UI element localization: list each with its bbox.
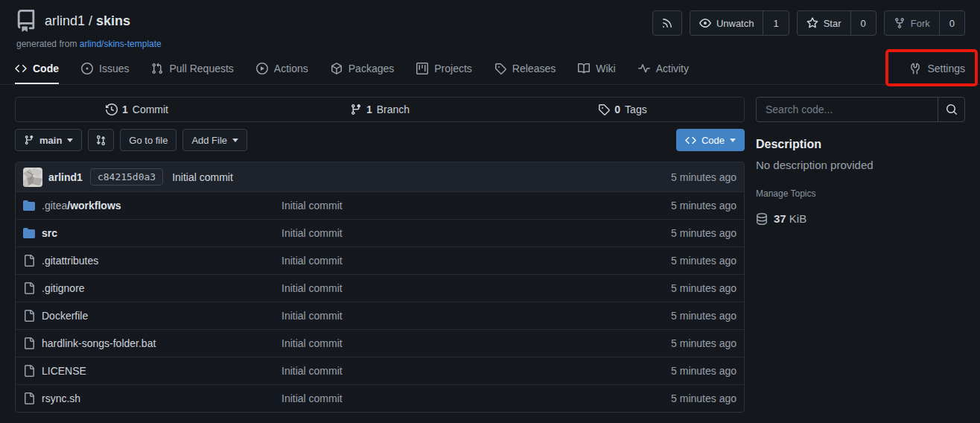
code-icon xyxy=(15,63,27,74)
tab-label: Pull Requests xyxy=(169,63,233,74)
repo-size-unit: KiB xyxy=(789,212,806,225)
fork-button-group: Fork 0 xyxy=(884,10,965,36)
entry-link[interactable]: Dockerfile xyxy=(42,310,88,322)
file-toolbar: main Go to file Add File Code xyxy=(15,129,745,151)
unwatch-button[interactable]: Unwatch xyxy=(690,11,763,35)
entry-link[interactable]: .gitattributes xyxy=(42,255,98,267)
avatar-image xyxy=(23,168,42,187)
compare-button[interactable] xyxy=(88,129,114,151)
entry-age: 5 minutes ago xyxy=(671,337,736,349)
tab-label: Projects xyxy=(434,63,472,74)
stars-count[interactable]: 0 xyxy=(850,11,876,35)
branch-selector[interactable]: main xyxy=(15,129,82,151)
repo-header: arlind1 / skins generated from arlind/sk… xyxy=(0,0,980,49)
star-button[interactable]: Star xyxy=(798,11,850,35)
entry-commit-message[interactable]: Initial commit xyxy=(281,392,343,404)
latest-commit-row: arlind1 c84215d0a3 Initial commit 5 minu… xyxy=(16,162,744,191)
tab-activity[interactable]: Activity xyxy=(638,54,689,84)
table-row: .gitea/workflows Initial commit 5 minute… xyxy=(16,191,744,219)
file-table: arlind1 c84215d0a3 Initial commit 5 minu… xyxy=(15,162,745,413)
eye-icon xyxy=(699,17,711,29)
file-icon xyxy=(23,282,35,294)
repo-title-separator: / xyxy=(89,13,96,28)
entry-commit-message[interactable]: Initial commit xyxy=(281,200,343,212)
rss-button[interactable] xyxy=(652,10,682,36)
fork-icon xyxy=(894,17,906,29)
code-button-label: Code xyxy=(701,135,725,146)
template-repo-link[interactable]: arlind/skins-template xyxy=(80,39,162,49)
watchers-count[interactable]: 1 xyxy=(763,11,788,35)
tag-icon xyxy=(494,63,506,74)
search-input[interactable] xyxy=(757,98,938,121)
entry-path-prefix: .gitea xyxy=(42,200,67,212)
star-icon xyxy=(806,17,818,29)
entry-link[interactable]: LICENSE xyxy=(42,365,86,377)
commits-stat[interactable]: 1 Commit xyxy=(16,104,258,115)
pulse-icon xyxy=(638,63,650,74)
forks-count[interactable]: 0 xyxy=(939,11,964,35)
avatar[interactable] xyxy=(23,168,42,187)
tab-label: Packages xyxy=(349,63,394,74)
tab-packages[interactable]: Packages xyxy=(331,54,394,84)
package-icon xyxy=(331,63,343,74)
repo-title: arlind1 / skins xyxy=(45,13,130,29)
code-icon xyxy=(685,135,696,146)
chevron-down-icon xyxy=(67,139,73,142)
entry-commit-message[interactable]: Initial commit xyxy=(281,227,343,239)
star-button-group: Star 0 xyxy=(797,10,876,36)
folder-icon xyxy=(23,200,35,212)
tab-wiki[interactable]: Wiki xyxy=(578,54,615,84)
history-icon xyxy=(106,104,118,115)
tags-count: 0 xyxy=(614,104,620,115)
entry-age: 5 minutes ago xyxy=(671,255,736,267)
add-file-button[interactable]: Add File xyxy=(182,129,247,151)
star-label: Star xyxy=(824,18,841,29)
table-row: .gitignore Initial commit 5 minutes ago xyxy=(16,274,744,302)
fork-button[interactable]: Fork xyxy=(885,11,939,35)
entry-link[interactable]: src xyxy=(42,227,57,239)
generated-from-line: generated from arlind/skins-template xyxy=(16,39,162,49)
tab-pull-requests[interactable]: Pull Requests xyxy=(151,54,233,84)
tab-releases[interactable]: Releases xyxy=(494,54,556,84)
commit-age: 5 minutes ago xyxy=(671,171,736,183)
entry-link[interactable]: rsync.sh xyxy=(42,392,80,404)
repo-name-link[interactable]: skins xyxy=(96,13,130,28)
entry-commit-message[interactable]: Initial commit xyxy=(281,282,343,294)
file-icon xyxy=(23,255,35,267)
manage-topics-link[interactable]: Manage Topics xyxy=(756,188,816,199)
tab-code[interactable]: Code xyxy=(15,54,59,84)
issue-opened-icon xyxy=(81,63,93,74)
repo-title-block: arlind1 / skins generated from arlind/sk… xyxy=(15,10,162,49)
tab-projects[interactable]: Projects xyxy=(416,54,472,84)
tags-stat[interactable]: 0 Tags xyxy=(501,104,744,115)
commit-message-link[interactable]: Initial commit xyxy=(172,171,233,183)
repo-size-value: 37 xyxy=(774,212,786,225)
entry-commit-message[interactable]: Initial commit xyxy=(281,310,343,322)
search-button[interactable] xyxy=(938,98,964,121)
repo-owner-link[interactable]: arlind1 xyxy=(45,13,85,28)
watch-button-group: Unwatch 1 xyxy=(690,10,789,36)
tab-settings[interactable]: Settings xyxy=(909,54,965,84)
entry-link[interactable]: .gitea/workflows xyxy=(42,200,121,212)
tab-actions[interactable]: Actions xyxy=(256,54,308,84)
tab-label: Wiki xyxy=(596,63,615,74)
repo-sidebar: Description No description provided Mana… xyxy=(756,97,965,225)
entry-commit-message[interactable]: Initial commit xyxy=(281,337,343,349)
file-icon xyxy=(23,365,35,377)
branch-icon xyxy=(350,104,362,115)
tab-issues[interactable]: Issues xyxy=(81,54,129,84)
code-download-button[interactable]: Code xyxy=(676,129,745,151)
go-to-file-button[interactable]: Go to file xyxy=(120,129,176,151)
tab-label: Code xyxy=(33,63,59,74)
commit-author-link[interactable]: arlind1 xyxy=(48,171,83,183)
entry-commit-message[interactable]: Initial commit xyxy=(281,255,343,267)
entry-commit-message[interactable]: Initial commit xyxy=(281,365,343,377)
unwatch-label: Unwatch xyxy=(716,18,754,29)
entry-link[interactable]: hardlink-songs-folder.bat xyxy=(42,337,156,349)
chevron-down-icon xyxy=(730,139,736,142)
branches-stat[interactable]: 1 Branch xyxy=(258,104,501,115)
entry-link[interactable]: .gitignore xyxy=(42,282,85,294)
commit-hash-badge[interactable]: c84215d0a3 xyxy=(90,168,163,185)
table-row: Dockerfile Initial commit 5 minutes ago xyxy=(16,302,744,329)
commits-count: 1 xyxy=(122,104,128,115)
